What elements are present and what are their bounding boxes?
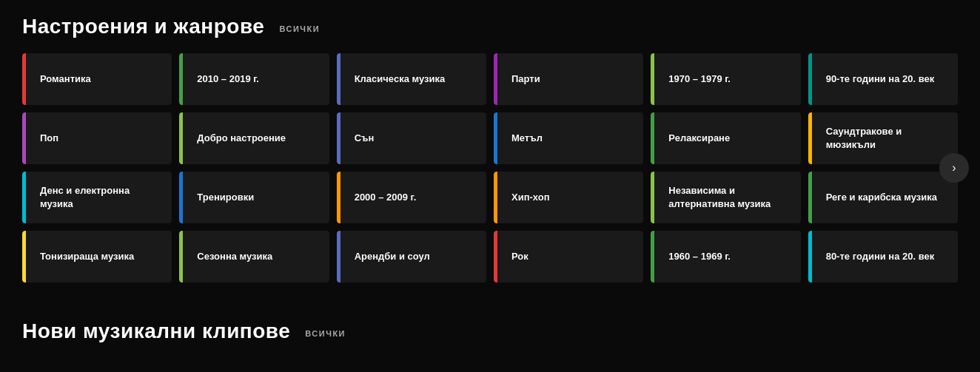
- section1-all-link[interactable]: ВСИЧКИ: [279, 20, 320, 33]
- genre-card-label: Сезонна музика: [194, 250, 272, 263]
- genre-card-label: Метъл: [509, 132, 543, 145]
- genre-card-label: Реге и карибска музика: [823, 191, 937, 204]
- genre-grid: Романтика2010 – 2019 г.Класическа музика…: [22, 53, 958, 283]
- genre-card-label: Тренировки: [194, 191, 254, 204]
- section2-header: Нови музикални клипове ВСИЧКИ: [22, 319, 958, 343]
- genre-card[interactable]: Парти: [494, 53, 643, 105]
- genre-card-label: Класическа музика: [352, 72, 446, 86]
- genre-card-label: Денс и електронна музика: [37, 184, 160, 210]
- genre-card[interactable]: Рок: [494, 231, 643, 283]
- genre-card[interactable]: Тонизираща музика: [22, 231, 172, 283]
- section1-header: Настроения и жанрове ВСИЧКИ: [22, 15, 958, 38]
- genre-card[interactable]: Арендби и соул: [337, 231, 486, 283]
- genre-card[interactable]: Реге и карибска музика: [808, 172, 958, 223]
- genre-card[interactable]: Саундтракове и мюзикъли: [808, 112, 958, 164]
- section-new-videos: Нови музикални клипове ВСИЧКИ: [22, 319, 958, 343]
- genre-card-label: 1960 – 1969 г.: [665, 250, 731, 263]
- genre-card-label: Добро настроение: [194, 132, 286, 145]
- genre-card[interactable]: 2010 – 2019 г.: [179, 53, 329, 105]
- genre-card[interactable]: Релаксиране: [651, 112, 800, 164]
- genre-card[interactable]: Сън: [337, 112, 486, 164]
- genre-card[interactable]: Класическа музика: [337, 53, 486, 105]
- genre-card[interactable]: Тренировки: [179, 172, 329, 223]
- genre-card[interactable]: Независима и алтернативна музика: [651, 172, 800, 223]
- genre-card-label: Рок: [509, 250, 528, 263]
- genre-card[interactable]: 90-те години на 20. век: [808, 53, 958, 105]
- genre-card[interactable]: Добро настроение: [179, 112, 329, 164]
- genre-card-label: Независима и алтернативна музика: [665, 184, 788, 210]
- genre-card[interactable]: Метъл: [494, 112, 643, 164]
- genre-card[interactable]: 1960 – 1969 г.: [651, 231, 800, 283]
- genre-card[interactable]: Хип-хоп: [494, 172, 643, 223]
- genre-card[interactable]: Денс и електронна музика: [22, 172, 172, 223]
- genre-card-label: 2010 – 2019 г.: [194, 72, 259, 86]
- genre-card-label: Арендби и соул: [352, 250, 430, 263]
- section1-title: Настроения и жанрове: [22, 15, 264, 38]
- genre-card[interactable]: 80-те години на 20. век: [808, 231, 958, 283]
- genre-card-label: Парти: [509, 72, 540, 86]
- genre-card-label: 1970 – 1979 г.: [665, 72, 731, 86]
- genre-card-label: 80-те години на 20. век: [823, 250, 935, 263]
- genre-card-label: Хип-хоп: [509, 191, 550, 204]
- section2-all-link[interactable]: ВСИЧКИ: [305, 325, 346, 338]
- genre-card-label: Тонизираща музика: [37, 250, 134, 263]
- section2-title: Нови музикални клипове: [22, 319, 290, 343]
- genre-card-label: Романтика: [37, 72, 91, 86]
- genre-card[interactable]: Поп: [22, 112, 172, 164]
- genre-card-label: Сън: [352, 132, 375, 145]
- genre-grid-wrapper: Романтика2010 – 2019 г.Класическа музика…: [22, 53, 958, 283]
- next-button[interactable]: ›: [939, 153, 969, 183]
- genre-card-label: Саундтракове и мюзикъли: [823, 125, 946, 151]
- genre-card-label: 90-те години на 20. век: [823, 72, 935, 86]
- genre-card-label: Поп: [37, 132, 58, 145]
- genre-card-label: 2000 – 2009 г.: [352, 191, 417, 204]
- section-moods: Настроения и жанрове ВСИЧКИ Романтика201…: [22, 15, 958, 283]
- genre-card[interactable]: 2000 – 2009 г.: [337, 172, 486, 223]
- genre-card[interactable]: Сезонна музика: [179, 231, 329, 283]
- genre-card-label: Релаксиране: [665, 132, 730, 145]
- genre-card[interactable]: Романтика: [22, 53, 172, 105]
- genre-card[interactable]: 1970 – 1979 г.: [651, 53, 800, 105]
